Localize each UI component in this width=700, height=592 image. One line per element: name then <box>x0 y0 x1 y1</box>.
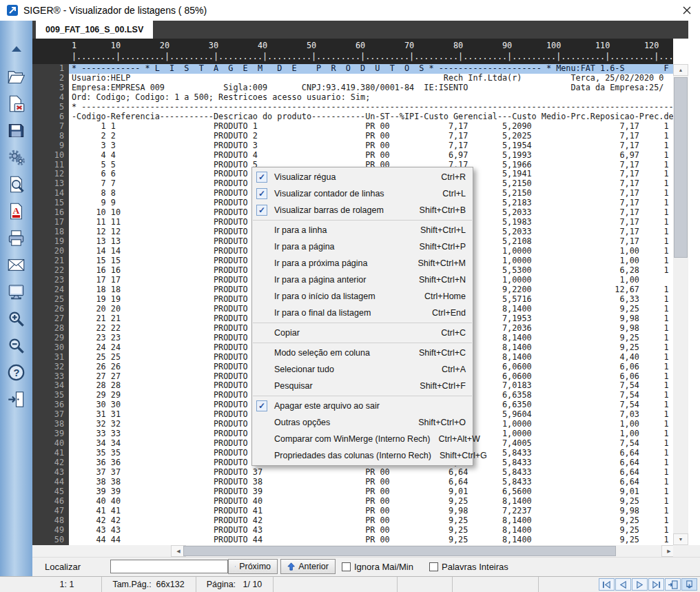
menu-separator <box>253 396 472 396</box>
settings-icon[interactable] <box>7 148 26 167</box>
listing-line[interactable]: Empresa:EMPRESA 009 Sigla:009 CNPJ:93.41… <box>69 83 673 93</box>
menu-item-shortcut: Shift+Ctrl+C <box>419 348 466 358</box>
find-previous-button[interactable]: Anterior <box>280 559 336 574</box>
menu-item[interactable]: ✓Visualizar contador de linhasCtrl+L <box>252 185 473 202</box>
find-input[interactable] <box>110 560 228 573</box>
view-screen-icon[interactable] <box>7 283 26 302</box>
menu-item[interactable]: CopiarCtrl+C <box>252 325 473 341</box>
first-page-icon[interactable] <box>599 578 615 591</box>
menu-item-label: Propriedades das colunas (Interno Rech) <box>274 451 431 460</box>
menu-item[interactable]: Ir para a linhaShift+Ctrl+L <box>252 222 473 238</box>
listing-line[interactable]: 41 41 PRODUTO 41 PR 00 9,98 7,2237 9,98 … <box>69 507 673 516</box>
title-bar: SIGER® - Visualizador de listagens ( 85%… <box>0 0 700 21</box>
listing-line[interactable]: 43 43 PRODUTO 43 PR 00 9,25 8,1400 9,25 … <box>69 526 673 535</box>
menu-item[interactable]: ✓Visualizar réguaCtrl+R <box>252 169 473 185</box>
menu-item[interactable]: Propriedades das colunas (Interno Rech)S… <box>252 447 473 464</box>
listing-line[interactable]: 1 1 PRODUTO 1 PR 00 7,17 5,2090 7,17 1 <box>69 122 673 132</box>
menu-item[interactable]: Ir para a página anteriorShift+Ctrl+N <box>252 272 473 288</box>
listing-line[interactable]: 39 39 PRODUTO 39 PR 00 9,01 6,5600 9,01 … <box>69 487 673 497</box>
whole-words-checkbox[interactable]: Palavras Inteiras <box>429 562 508 572</box>
listing-line[interactable]: 37 37 PRODUTO 37 PR 00 6,64 5,8433 6,64 … <box>69 468 673 478</box>
status-cell <box>452 577 539 592</box>
export-pdf-icon[interactable]: A <box>7 202 26 221</box>
menu-item-shortcut: Ctrl+L <box>442 189 466 198</box>
listing-line[interactable]: 40 40 PRODUTO 40 PR 00 9,25 8,1400 9,25 … <box>69 497 673 507</box>
horizontal-scroll-thumb[interactable] <box>183 546 616 556</box>
menu-item-label: Modo seleção em coluna <box>274 348 411 358</box>
find-next-label: Próximo <box>239 562 271 571</box>
menu-item-shortcut: Shift+Ctrl+M <box>418 258 466 268</box>
zoom-in-icon[interactable] <box>7 309 26 329</box>
menu-item-shortcut: Shift+Ctrl+G <box>440 451 487 460</box>
checkmark-icon: ✓ <box>256 172 274 183</box>
menu-separator <box>253 220 472 221</box>
listing-line[interactable]: 3 3 PRODUTO 3 PR 00 7,17 5,1954 7,17 1 <box>69 141 673 151</box>
menu-item[interactable]: PesquisarShift+Ctrl+F <box>252 378 473 394</box>
whole-words-label: Palavras Inteiras <box>442 562 508 572</box>
svg-text:A: A <box>12 205 19 216</box>
last-page-icon[interactable] <box>648 578 664 591</box>
menu-item-label: Ir para a página anterior <box>274 275 411 285</box>
save-listing-icon[interactable] <box>681 578 697 591</box>
menu-item[interactable]: Ir para o final da listagemCtrl+End <box>252 305 473 321</box>
vertical-scroll-thumb[interactable] <box>674 77 688 258</box>
listing-line[interactable]: 38 38 PRODUTO 38 PR 00 6,64 5,8433 6,64 … <box>69 478 673 487</box>
menu-item-label: Visualizar barras de rolagem <box>274 205 411 215</box>
checkmark-icon: ✓ <box>256 188 267 199</box>
find-previous-label: Anterior <box>298 562 329 571</box>
horizontal-scrollbar[interactable]: ◀ ▶ <box>32 545 673 557</box>
menu-item[interactable]: ✓Apagar este arquivo ao sair <box>252 398 473 414</box>
open-listing-icon[interactable] <box>7 68 26 87</box>
previous-page-icon[interactable] <box>615 578 631 591</box>
listing-line[interactable]: 44 44 PRODUTO 44 PR 00 9,25 8,1400 9,25 … <box>69 535 673 545</box>
listing-line[interactable]: -Codigo-Referencia-----------Descricao d… <box>69 112 673 122</box>
next-page-icon[interactable] <box>632 578 648 591</box>
help-icon[interactable]: ? <box>7 363 26 382</box>
menu-item[interactable]: Ir para a próxima páginaShift+Ctrl+M <box>252 255 473 272</box>
listing-line[interactable]: Usuario:HELP Rech Inf.Ltda(r) Terca, 25/… <box>69 74 673 83</box>
sidebar-scroll-up-icon[interactable] <box>12 46 21 52</box>
menu-item[interactable]: Ir para a páginaShift+Ctrl+P <box>252 238 473 255</box>
page-indicator: Página: 1/ 10 <box>196 577 274 592</box>
status-cell <box>273 577 398 592</box>
ignore-case-checkbox[interactable]: Ignora Mai/Min <box>342 562 413 572</box>
scroll-down-icon[interactable]: ▼ <box>673 533 688 545</box>
right-margin <box>688 21 700 545</box>
down-arrow-icon <box>235 562 236 571</box>
tab-listing-file[interactable]: 009_FAT_106_S_00.LSV <box>36 21 153 39</box>
save-icon[interactable] <box>7 121 26 141</box>
listing-line-selected[interactable]: * ------------ * L I S T A G E M D E P R… <box>69 64 673 74</box>
print-icon[interactable] <box>7 229 26 248</box>
listing-line[interactable]: 2 2 PRODUTO 2 PR 00 7,17 5,2025 7,17 1 <box>69 132 673 141</box>
status-cell <box>397 577 453 592</box>
menu-item[interactable]: Ir para o início da listagemCtrl+Home <box>252 288 473 305</box>
menu-item[interactable]: Modo seleção em colunaShift+Ctrl+C <box>252 345 473 361</box>
cursor-position: 1: 1 <box>32 577 102 592</box>
scroll-up-icon[interactable]: ▲ <box>673 64 688 76</box>
listing-line[interactable]: 42 42 PRODUTO 42 PR 00 9,25 8,1400 9,25 … <box>69 516 673 526</box>
listing-line[interactable]: 4 4 PRODUTO 4 PR 00 6,97 5,1993 6,97 1 <box>69 151 673 161</box>
zoom-out-icon[interactable] <box>7 336 26 356</box>
find-bar: Localizar Próximo Anterior Ignora Mai/Mi… <box>32 557 700 576</box>
checkmark-icon: ✓ <box>256 172 267 183</box>
menu-item[interactable]: Outras opçõesShift+Ctrl+O <box>252 414 473 431</box>
listing-line[interactable]: Ord: Codigo; Codigo: 1 a 500; Restricoes… <box>69 93 673 103</box>
menu-item[interactable]: ✓Visualizar barras de rolagemShift+Ctrl+… <box>252 202 473 218</box>
checkmark-icon: ✓ <box>256 205 274 216</box>
exit-icon[interactable] <box>7 390 26 409</box>
menu-item-label: Ir para o início da listagem <box>274 292 416 301</box>
preview-icon[interactable] <box>7 175 26 194</box>
listing-line[interactable]: * --------------------------------------… <box>69 103 673 112</box>
go-to-page-icon[interactable] <box>665 578 681 591</box>
menu-item-shortcut: Shift+Ctrl+B <box>420 205 466 215</box>
menu-item-label: Pesquisar <box>274 381 411 391</box>
send-email-icon[interactable] <box>7 256 26 275</box>
close-icon[interactable] <box>682 6 692 15</box>
page-navigation <box>599 578 697 591</box>
vertical-scrollbar[interactable]: ▲ ▼ <box>673 64 688 545</box>
find-next-button[interactable]: Próximo <box>228 559 278 574</box>
line-numbers: 1 2 3 4 5 6 7 8 9 10 11 12 13 14 15 16 1… <box>32 64 69 545</box>
menu-item[interactable]: Selecionar tudoCtrl+A <box>252 361 473 378</box>
menu-item[interactable]: Comparar com WinMerge (Interno Rech)Ctrl… <box>252 431 473 447</box>
close-listing-icon[interactable] <box>7 94 26 114</box>
